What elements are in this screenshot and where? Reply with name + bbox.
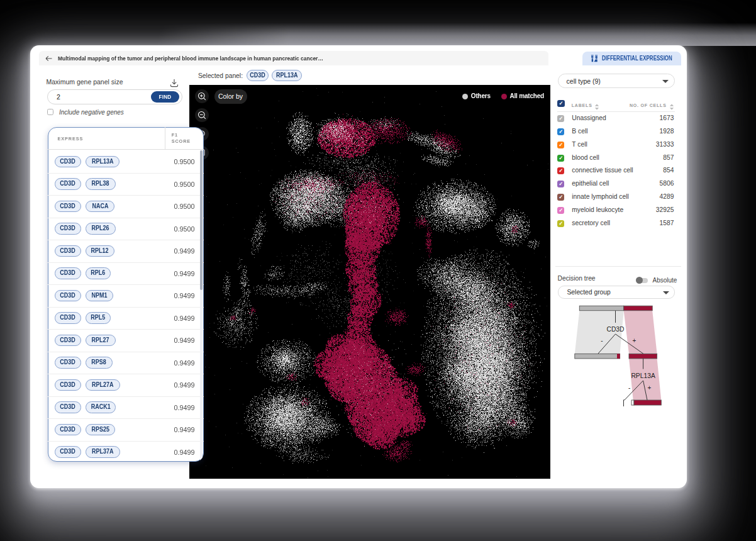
svg-text:+: +	[633, 337, 636, 344]
svg-text:-: -	[628, 384, 630, 391]
svg-text:-: -	[601, 337, 603, 344]
svg-text:+: +	[648, 384, 652, 391]
svg-text:RPL13A: RPL13A	[631, 372, 655, 379]
svg-text:CD3D: CD3D	[606, 326, 624, 333]
